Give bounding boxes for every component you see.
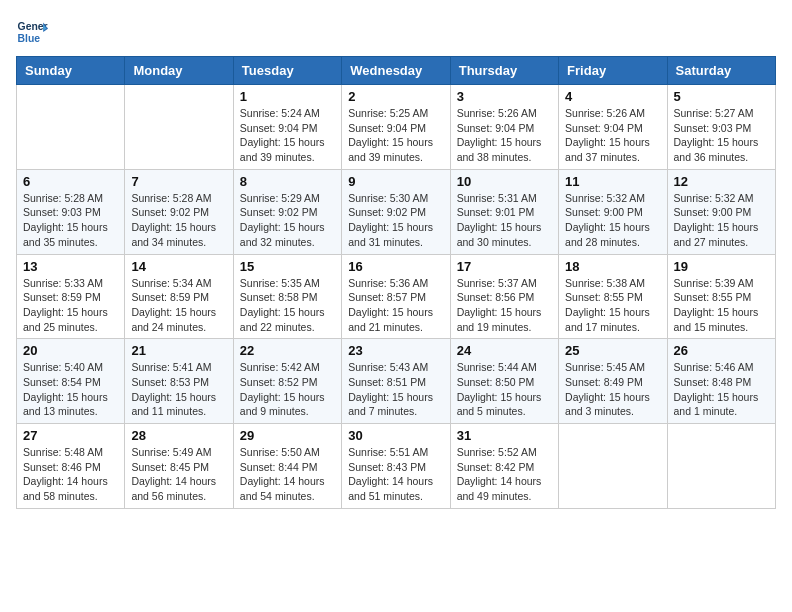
calendar-header-row: SundayMondayTuesdayWednesdayThursdayFrid… — [17, 57, 776, 85]
day-info: Sunrise: 5:51 AM Sunset: 8:43 PM Dayligh… — [348, 445, 443, 504]
calendar-cell: 3Sunrise: 5:26 AM Sunset: 9:04 PM Daylig… — [450, 85, 558, 170]
calendar-cell: 28Sunrise: 5:49 AM Sunset: 8:45 PM Dayli… — [125, 424, 233, 509]
day-info: Sunrise: 5:46 AM Sunset: 8:48 PM Dayligh… — [674, 360, 769, 419]
day-number: 13 — [23, 259, 118, 274]
day-number: 14 — [131, 259, 226, 274]
day-header-thursday: Thursday — [450, 57, 558, 85]
day-info: Sunrise: 5:33 AM Sunset: 8:59 PM Dayligh… — [23, 276, 118, 335]
day-info: Sunrise: 5:37 AM Sunset: 8:56 PM Dayligh… — [457, 276, 552, 335]
calendar-cell: 23Sunrise: 5:43 AM Sunset: 8:51 PM Dayli… — [342, 339, 450, 424]
calendar-cell: 17Sunrise: 5:37 AM Sunset: 8:56 PM Dayli… — [450, 254, 558, 339]
day-number: 7 — [131, 174, 226, 189]
calendar-cell: 11Sunrise: 5:32 AM Sunset: 9:00 PM Dayli… — [559, 169, 667, 254]
calendar-cell: 6Sunrise: 5:28 AM Sunset: 9:03 PM Daylig… — [17, 169, 125, 254]
day-info: Sunrise: 5:48 AM Sunset: 8:46 PM Dayligh… — [23, 445, 118, 504]
calendar-cell: 9Sunrise: 5:30 AM Sunset: 9:02 PM Daylig… — [342, 169, 450, 254]
calendar-cell — [125, 85, 233, 170]
day-number: 8 — [240, 174, 335, 189]
day-number: 28 — [131, 428, 226, 443]
day-info: Sunrise: 5:26 AM Sunset: 9:04 PM Dayligh… — [565, 106, 660, 165]
calendar-cell: 2Sunrise: 5:25 AM Sunset: 9:04 PM Daylig… — [342, 85, 450, 170]
calendar-cell: 8Sunrise: 5:29 AM Sunset: 9:02 PM Daylig… — [233, 169, 341, 254]
calendar-cell: 22Sunrise: 5:42 AM Sunset: 8:52 PM Dayli… — [233, 339, 341, 424]
calendar-cell — [559, 424, 667, 509]
day-number: 26 — [674, 343, 769, 358]
day-info: Sunrise: 5:32 AM Sunset: 9:00 PM Dayligh… — [674, 191, 769, 250]
day-number: 16 — [348, 259, 443, 274]
day-number: 12 — [674, 174, 769, 189]
logo: General Blue — [16, 16, 52, 48]
day-number: 4 — [565, 89, 660, 104]
day-header-wednesday: Wednesday — [342, 57, 450, 85]
calendar-cell: 16Sunrise: 5:36 AM Sunset: 8:57 PM Dayli… — [342, 254, 450, 339]
calendar-cell: 26Sunrise: 5:46 AM Sunset: 8:48 PM Dayli… — [667, 339, 775, 424]
calendar-cell — [667, 424, 775, 509]
calendar-cell: 29Sunrise: 5:50 AM Sunset: 8:44 PM Dayli… — [233, 424, 341, 509]
day-info: Sunrise: 5:42 AM Sunset: 8:52 PM Dayligh… — [240, 360, 335, 419]
day-info: Sunrise: 5:26 AM Sunset: 9:04 PM Dayligh… — [457, 106, 552, 165]
day-number: 24 — [457, 343, 552, 358]
calendar-cell: 4Sunrise: 5:26 AM Sunset: 9:04 PM Daylig… — [559, 85, 667, 170]
calendar-cell: 24Sunrise: 5:44 AM Sunset: 8:50 PM Dayli… — [450, 339, 558, 424]
day-info: Sunrise: 5:25 AM Sunset: 9:04 PM Dayligh… — [348, 106, 443, 165]
day-info: Sunrise: 5:27 AM Sunset: 9:03 PM Dayligh… — [674, 106, 769, 165]
day-header-saturday: Saturday — [667, 57, 775, 85]
day-info: Sunrise: 5:41 AM Sunset: 8:53 PM Dayligh… — [131, 360, 226, 419]
calendar-cell: 5Sunrise: 5:27 AM Sunset: 9:03 PM Daylig… — [667, 85, 775, 170]
calendar-cell — [17, 85, 125, 170]
day-number: 21 — [131, 343, 226, 358]
day-number: 15 — [240, 259, 335, 274]
logo-icon: General Blue — [16, 16, 48, 48]
day-info: Sunrise: 5:30 AM Sunset: 9:02 PM Dayligh… — [348, 191, 443, 250]
day-number: 22 — [240, 343, 335, 358]
day-number: 2 — [348, 89, 443, 104]
day-info: Sunrise: 5:31 AM Sunset: 9:01 PM Dayligh… — [457, 191, 552, 250]
day-header-friday: Friday — [559, 57, 667, 85]
day-number: 18 — [565, 259, 660, 274]
day-header-sunday: Sunday — [17, 57, 125, 85]
calendar-table: SundayMondayTuesdayWednesdayThursdayFrid… — [16, 56, 776, 509]
day-info: Sunrise: 5:35 AM Sunset: 8:58 PM Dayligh… — [240, 276, 335, 335]
day-info: Sunrise: 5:52 AM Sunset: 8:42 PM Dayligh… — [457, 445, 552, 504]
page-header: General Blue — [16, 16, 776, 48]
calendar-cell: 27Sunrise: 5:48 AM Sunset: 8:46 PM Dayli… — [17, 424, 125, 509]
day-number: 25 — [565, 343, 660, 358]
calendar-cell: 30Sunrise: 5:51 AM Sunset: 8:43 PM Dayli… — [342, 424, 450, 509]
day-number: 20 — [23, 343, 118, 358]
day-header-monday: Monday — [125, 57, 233, 85]
day-number: 31 — [457, 428, 552, 443]
calendar-cell: 7Sunrise: 5:28 AM Sunset: 9:02 PM Daylig… — [125, 169, 233, 254]
day-number: 30 — [348, 428, 443, 443]
calendar-cell: 21Sunrise: 5:41 AM Sunset: 8:53 PM Dayli… — [125, 339, 233, 424]
day-info: Sunrise: 5:36 AM Sunset: 8:57 PM Dayligh… — [348, 276, 443, 335]
calendar-week-row: 1Sunrise: 5:24 AM Sunset: 9:04 PM Daylig… — [17, 85, 776, 170]
day-number: 27 — [23, 428, 118, 443]
day-info: Sunrise: 5:39 AM Sunset: 8:55 PM Dayligh… — [674, 276, 769, 335]
day-number: 9 — [348, 174, 443, 189]
day-info: Sunrise: 5:50 AM Sunset: 8:44 PM Dayligh… — [240, 445, 335, 504]
calendar-cell: 20Sunrise: 5:40 AM Sunset: 8:54 PM Dayli… — [17, 339, 125, 424]
svg-text:Blue: Blue — [18, 33, 41, 44]
day-info: Sunrise: 5:24 AM Sunset: 9:04 PM Dayligh… — [240, 106, 335, 165]
calendar-cell: 14Sunrise: 5:34 AM Sunset: 8:59 PM Dayli… — [125, 254, 233, 339]
day-info: Sunrise: 5:28 AM Sunset: 9:02 PM Dayligh… — [131, 191, 226, 250]
calendar-cell: 25Sunrise: 5:45 AM Sunset: 8:49 PM Dayli… — [559, 339, 667, 424]
calendar-week-row: 6Sunrise: 5:28 AM Sunset: 9:03 PM Daylig… — [17, 169, 776, 254]
day-number: 11 — [565, 174, 660, 189]
calendar-week-row: 20Sunrise: 5:40 AM Sunset: 8:54 PM Dayli… — [17, 339, 776, 424]
calendar-cell: 1Sunrise: 5:24 AM Sunset: 9:04 PM Daylig… — [233, 85, 341, 170]
day-info: Sunrise: 5:28 AM Sunset: 9:03 PM Dayligh… — [23, 191, 118, 250]
day-info: Sunrise: 5:40 AM Sunset: 8:54 PM Dayligh… — [23, 360, 118, 419]
day-info: Sunrise: 5:49 AM Sunset: 8:45 PM Dayligh… — [131, 445, 226, 504]
day-info: Sunrise: 5:44 AM Sunset: 8:50 PM Dayligh… — [457, 360, 552, 419]
day-info: Sunrise: 5:43 AM Sunset: 8:51 PM Dayligh… — [348, 360, 443, 419]
day-number: 3 — [457, 89, 552, 104]
calendar-week-row: 27Sunrise: 5:48 AM Sunset: 8:46 PM Dayli… — [17, 424, 776, 509]
day-number: 29 — [240, 428, 335, 443]
calendar-cell: 13Sunrise: 5:33 AM Sunset: 8:59 PM Dayli… — [17, 254, 125, 339]
day-number: 17 — [457, 259, 552, 274]
day-info: Sunrise: 5:38 AM Sunset: 8:55 PM Dayligh… — [565, 276, 660, 335]
day-number: 6 — [23, 174, 118, 189]
calendar-week-row: 13Sunrise: 5:33 AM Sunset: 8:59 PM Dayli… — [17, 254, 776, 339]
day-info: Sunrise: 5:29 AM Sunset: 9:02 PM Dayligh… — [240, 191, 335, 250]
